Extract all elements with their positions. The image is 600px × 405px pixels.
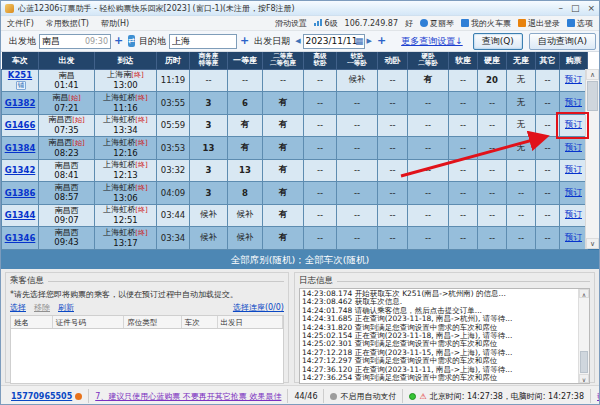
log-panel-title: 日志信息 xyxy=(299,275,333,287)
train-number-cell: G1386 xyxy=(2,182,39,205)
menu-help[interactable]: 帮助(H) xyxy=(101,18,129,29)
duration-cell: 11:19 xyxy=(157,69,190,92)
book-link[interactable]: 预订 xyxy=(565,187,582,197)
book-link[interactable]: 预订 xyxy=(565,74,582,84)
book-link[interactable]: 预订 xyxy=(565,142,582,152)
seat-cell: -- xyxy=(337,227,378,250)
menu-common-data[interactable]: 常用数据(T) xyxy=(46,18,89,29)
column-header[interactable]: 动卧 xyxy=(378,52,408,69)
close-button[interactable]: × xyxy=(587,4,595,13)
remove-passenger-link[interactable]: 移除 xyxy=(34,302,50,313)
maximize-button[interactable]: □ xyxy=(571,4,580,13)
adjacent-seats-link[interactable]: 选择连座(0/0) xyxy=(233,302,284,313)
options-button[interactable]: 选项 xyxy=(567,18,593,29)
scroll-up-icon[interactable]: ∧ xyxy=(586,69,599,80)
train-number-link[interactable]: K251 xyxy=(8,70,32,80)
log-scrollbar-thumb[interactable] xyxy=(580,351,588,373)
select-passenger-link[interactable]: 选择 xyxy=(10,302,26,313)
column-header[interactable]: 二等座二等包座 xyxy=(263,52,304,69)
log-scroll-up-icon[interactable]: ∧ xyxy=(579,289,589,298)
depart-cell: 南昌西09:43 xyxy=(39,227,95,250)
minimize-button[interactable]: – xyxy=(558,4,563,13)
menu-file[interactable]: 文件(F) xyxy=(7,18,34,29)
passenger-panel-title: 乘客信息 xyxy=(10,275,44,287)
to-input[interactable] xyxy=(169,34,237,49)
passenger-column-header: 车次 xyxy=(182,316,218,328)
train-number-cell: G1384 xyxy=(2,137,39,160)
column-header[interactable]: 其它 xyxy=(536,52,560,69)
seat-cell: 无 xyxy=(507,114,536,137)
query-button[interactable]: 查询(Q) xyxy=(473,33,523,50)
swap-stations-icon[interactable]: ⇄ xyxy=(128,35,135,47)
calendar-icon[interactable]: ▦ xyxy=(355,36,364,46)
duration-cell: 03:55 xyxy=(157,92,190,115)
book-link[interactable]: 预订 xyxy=(565,232,582,242)
prev-date-button[interactable]: ◀ xyxy=(295,37,300,45)
refresh-passenger-link[interactable]: 刷新 xyxy=(58,302,74,313)
seat-cell: -- xyxy=(478,227,507,250)
book-link[interactable]: 预订 xyxy=(565,119,582,129)
log-line: 14:27:36.254 查询到满足您查询设置中需求的车次和席位 xyxy=(302,374,577,382)
tip-link[interactable]: 7、建议只使用心蓝购票 不要再开其它抢票 效果最佳 xyxy=(95,391,281,402)
seat-cell: -- xyxy=(408,137,449,160)
slide-setting-link[interactable]: 滑动设置 xyxy=(275,18,307,29)
book-link[interactable]: 预订 xyxy=(565,209,582,219)
table-scrollbar[interactable]: ∧ ∨ xyxy=(585,69,599,249)
train-row: K251铺南昌01:41上海南[终]13:0011:19--------候补--… xyxy=(2,69,588,92)
train-number-link[interactable]: G1344 xyxy=(5,210,36,220)
book-cell: 预订 xyxy=(560,114,588,137)
train-number-link[interactable]: G1346 xyxy=(5,233,36,243)
scrollbar-thumb[interactable] xyxy=(587,81,598,111)
user-account[interactable]: 夏丽琴 xyxy=(420,18,454,29)
book-link[interactable]: 预订 xyxy=(565,97,582,107)
depart-cell: 南昌西[始]08:23 xyxy=(39,137,95,160)
seat-cell: 候补 xyxy=(228,227,263,250)
add-date-button[interactable]: + xyxy=(377,36,386,46)
train-number-link[interactable]: G1382 xyxy=(5,98,36,108)
column-header[interactable]: 硬卧二等卧 xyxy=(408,52,449,69)
seat-cell: -- xyxy=(304,204,337,227)
app-window: 心蓝12306订票助手 - 轻松购票快乐回家[2023] (窗口-1)(未注册，… xyxy=(0,0,600,405)
seat-cell: -- xyxy=(263,69,304,92)
seat-cell: -- xyxy=(536,227,560,250)
seat-cell: 3 xyxy=(190,92,228,115)
column-header[interactable]: 出发 xyxy=(39,52,95,69)
next-date-button[interactable]: ▶ xyxy=(367,37,372,45)
scroll-down-icon[interactable]: ∨ xyxy=(586,238,599,249)
seat-cell: 6 xyxy=(228,92,263,115)
column-header[interactable]: 一等座 xyxy=(228,52,263,69)
train-row: G1344南昌西09:07上海虹桥[终]12:5103:44候补候补有-----… xyxy=(2,204,588,227)
phone-link[interactable]: 15770965505 xyxy=(11,392,72,401)
train-number-link[interactable]: G1386 xyxy=(5,188,36,198)
auto-query-button[interactable]: 自动查询(A) xyxy=(529,33,596,50)
seat-cell: 候补 xyxy=(228,204,263,227)
column-header[interactable]: 软座 xyxy=(449,52,478,69)
column-header[interactable]: 车次 xyxy=(2,52,39,69)
user-icon xyxy=(420,19,428,27)
book-link[interactable]: 预订 xyxy=(565,164,582,174)
column-header[interactable]: 商务座特等座 xyxy=(190,52,228,69)
column-header[interactable]: 软卧一等卧 xyxy=(337,52,378,69)
column-header[interactable]: 历时 xyxy=(157,52,190,69)
my-tickets-button[interactable]: 我的火车票 xyxy=(461,18,511,29)
column-header[interactable]: 硬座 xyxy=(478,52,507,69)
log-scroll-down-icon[interactable]: ∨ xyxy=(579,374,589,383)
seat-cell: -- xyxy=(478,182,507,205)
column-header[interactable]: 高级软卧 xyxy=(304,52,337,69)
logout-button[interactable]: 退出登录 xyxy=(518,18,560,29)
more-query-settings-link[interactable]: 更多查询设置↓ xyxy=(401,35,463,48)
add-to-button[interactable]: + xyxy=(240,36,249,46)
train-number-link[interactable]: G1384 xyxy=(5,143,36,153)
train-number-link[interactable]: G1342 xyxy=(5,165,36,175)
column-header[interactable]: 到达 xyxy=(95,52,157,69)
column-header[interactable]: 无座 xyxy=(507,52,536,69)
book-cell: 预订 xyxy=(560,159,588,182)
log-scrollbar[interactable]: ∧ ∨ xyxy=(578,289,589,383)
seat-cell: -- xyxy=(449,92,478,115)
autopay-status: 不启用自动支付 xyxy=(340,391,396,402)
arrive-cell: 上海南[终]13:00 xyxy=(95,69,157,92)
passenger-list[interactable] xyxy=(10,328,284,384)
add-from-button[interactable]: + xyxy=(114,36,123,46)
train-number-link[interactable]: G1466 xyxy=(5,120,36,130)
column-header[interactable]: 购票 xyxy=(560,52,588,69)
